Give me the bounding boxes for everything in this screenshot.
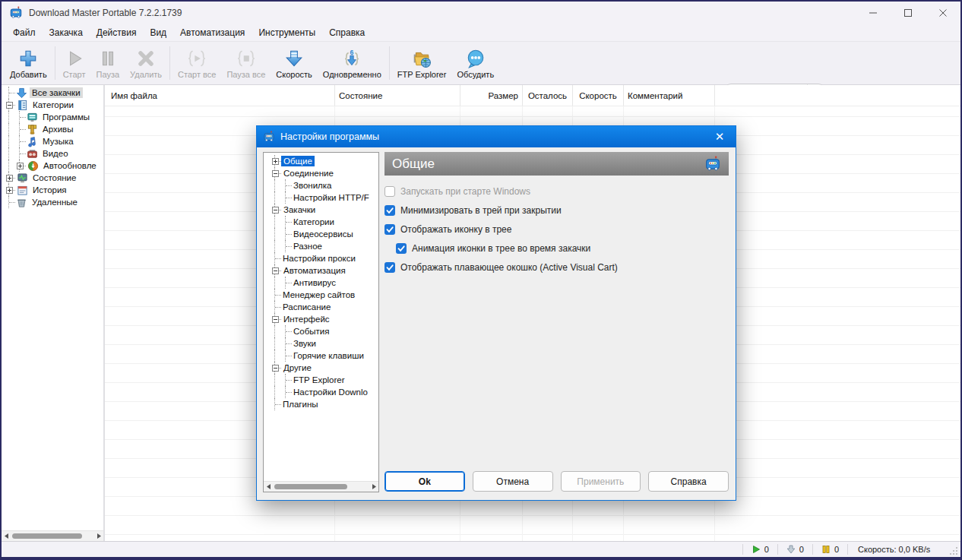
settings-checkbox-row[interactable]: Запускать при старте Windows — [384, 185, 729, 197]
scroll-left-icon[interactable] — [2, 531, 11, 541]
settings-tree-item[interactable]: Автоматизация — [270, 264, 378, 277]
menu-item-7[interactable]: Справка — [322, 25, 372, 40]
robot-icon — [704, 156, 721, 172]
checkbox-checked-icon[interactable] — [384, 205, 395, 216]
toolbar-button-удалить[interactable]: Удалить — [125, 46, 167, 81]
collapse-minus-icon[interactable] — [272, 207, 279, 214]
settings-tree-item[interactable]: Общие — [270, 155, 378, 167]
scrollbar-thumb[interactable] — [12, 533, 82, 539]
tree-connector — [14, 135, 25, 147]
apply-button[interactable]: Применить — [561, 471, 641, 492]
settings-checkbox-row[interactable]: Отображать плавающее окошко (Active Visu… — [384, 261, 729, 273]
tree-connector — [14, 147, 25, 160]
column-header-1[interactable]: Имя файла — [105, 85, 335, 106]
sidebar-horizontal-scrollbar[interactable] — [2, 530, 103, 541]
settings-tree-item[interactable]: Разное — [270, 240, 378, 252]
settings-tree-item[interactable]: Видеосервисы — [270, 228, 378, 240]
ok-button[interactable]: Ok — [384, 471, 465, 492]
checkbox-checked-icon[interactable] — [384, 262, 395, 273]
settings-checkbox-row[interactable]: Анимация иконки в трее во время закачки — [396, 242, 729, 254]
collapse-minus-icon[interactable] — [272, 170, 279, 177]
tree-connector — [4, 111, 14, 123]
settings-tree-item[interactable]: Другие — [270, 362, 378, 374]
settings-tree-item[interactable]: Настройки прокси — [270, 252, 378, 264]
column-header-6[interactable]: Комментарий — [624, 85, 715, 106]
collapse-minus-icon[interactable] — [6, 102, 13, 109]
scroll-right-icon[interactable] — [369, 482, 378, 492]
maximize-button[interactable] — [891, 2, 926, 24]
category-tree-item[interactable]: Все закачки — [4, 87, 103, 99]
toolbar-button-старт-все[interactable]: Старт все — [172, 46, 221, 81]
resize-grip[interactable] — [949, 546, 958, 555]
cancel-button[interactable]: Отмена — [473, 471, 553, 492]
help-button[interactable]: Справка — [648, 471, 729, 492]
collapse-minus-icon[interactable] — [272, 316, 279, 323]
settings-tree-item[interactable]: Категории — [270, 216, 378, 228]
toolbar-button-обсудить[interactable]: Обсудить — [451, 46, 499, 81]
menu-item-6[interactable]: Инструменты — [252, 25, 322, 40]
dialog-close-icon[interactable]: ✕ — [710, 127, 729, 147]
settings-tree-item[interactable]: Менеджер сайтов — [270, 289, 378, 301]
expand-plus-icon[interactable] — [6, 175, 13, 182]
settings-tree-item[interactable]: Закачки — [270, 204, 378, 216]
settings-tree-item[interactable]: Антивирус — [270, 277, 378, 289]
menu-item-4[interactable]: Вид — [143, 25, 173, 40]
category-tree-item[interactable]: Состояние — [4, 172, 103, 184]
category-tree-item[interactable]: История — [4, 184, 103, 196]
category-tree-item[interactable]: Программы — [4, 111, 103, 123]
expand-plus-icon[interactable] — [17, 163, 24, 169]
category-tree-item[interactable]: Категории — [4, 99, 103, 111]
toolbar-button-одновременно[interactable]: 6Одновременно — [318, 46, 387, 81]
toolbar-button-добавить[interactable]: Добавить — [5, 46, 52, 81]
checkbox-unchecked-icon[interactable] — [384, 186, 395, 197]
toolbar-button-label: Удалить — [130, 70, 162, 79]
toolbar-button-пауза[interactable]: Пауза — [91, 46, 125, 81]
collapse-minus-icon[interactable] — [272, 365, 279, 372]
window-title: Download Master Portable 7.2.2.1739 — [29, 8, 182, 18]
settings-tree-item[interactable]: События — [270, 325, 378, 337]
settings-tree-item[interactable]: Интерфейс — [270, 313, 378, 325]
collapse-minus-icon[interactable] — [272, 267, 279, 274]
close-button[interactable] — [926, 2, 960, 24]
toolbar-button-label: Старт — [63, 70, 86, 79]
column-header-4[interactable]: Осталось — [523, 85, 573, 106]
settings-tree-item[interactable]: Соединение — [270, 167, 378, 179]
category-tree-item[interactable]: Автообновле — [4, 160, 103, 172]
settings-tree-item[interactable]: Звонилка — [270, 179, 378, 191]
checkbox-checked-icon[interactable] — [396, 243, 407, 254]
toolbar-button-старт[interactable]: Старт — [58, 46, 91, 81]
settings-tree-item[interactable]: Расписание — [270, 301, 378, 313]
column-header-2[interactable]: Состояние — [335, 85, 460, 106]
category-tree-item[interactable]: Музыка — [4, 135, 103, 147]
settings-tree-item[interactable]: Горячие клавиши — [270, 350, 378, 362]
column-header-3[interactable]: Размер — [460, 85, 523, 106]
menu-item-2[interactable]: Закачка — [43, 25, 90, 40]
dialog-tree-horizontal-scrollbar[interactable] — [264, 481, 378, 492]
scroll-right-icon[interactable] — [94, 531, 103, 541]
expand-plus-icon[interactable] — [272, 158, 279, 165]
settings-tree-item-label: Категории — [291, 217, 337, 227]
checkbox-checked-icon[interactable] — [384, 224, 395, 235]
expand-plus-icon[interactable] — [6, 187, 13, 194]
category-tree-item[interactable]: Архивы — [4, 123, 103, 135]
settings-tree-item[interactable]: FTP Explorer — [270, 374, 378, 386]
minimize-button[interactable] — [856, 2, 891, 24]
settings-checkbox-row[interactable]: Отображать иконку в трее — [384, 223, 729, 235]
menu-item-3[interactable]: Действия — [90, 25, 144, 40]
menu-item-1[interactable]: Файл — [6, 25, 43, 40]
scroll-left-icon[interactable] — [264, 482, 273, 492]
toolbar-button-пауза-все[interactable]: Пауза все — [221, 46, 271, 81]
settings-checkbox-row[interactable]: Минимизировать в трей при закрытии — [384, 204, 729, 216]
settings-tree-item[interactable]: Плагины — [270, 398, 378, 410]
settings-tree-item[interactable]: Звуки — [270, 337, 378, 350]
category-tree-item[interactable]: Удаленные — [4, 196, 103, 208]
scrollbar-thumb[interactable] — [274, 484, 347, 489]
statusbar-separator — [742, 544, 743, 555]
menu-item-5[interactable]: Автоматизация — [173, 25, 252, 40]
settings-tree-item[interactable]: Настройки HTTP/F — [270, 191, 378, 204]
toolbar-button-скорость[interactable]: Скорость — [271, 46, 318, 81]
column-header-5[interactable]: Скорость — [573, 85, 624, 106]
settings-tree-item[interactable]: Настройки Downlo — [270, 386, 378, 398]
category-tree-item[interactable]: Видео — [4, 147, 103, 160]
toolbar-button-ftp-explorer[interactable]: FTP Explorer — [392, 46, 452, 81]
